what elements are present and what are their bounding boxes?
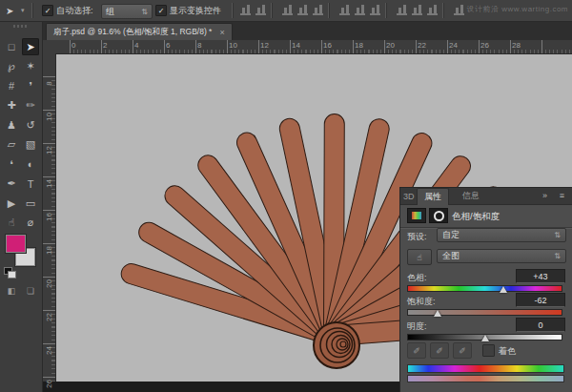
separator [232,3,234,18]
separator [271,3,273,18]
quick-mask-mode-button[interactable]: ◧ [4,284,19,297]
align-right-edges-icon[interactable] [339,5,350,15]
ruler-number: 2 [103,41,107,50]
default-colors-icon[interactable] [8,271,16,279]
distribute-vertical-centers-icon[interactable] [370,5,380,15]
vertical-ruler[interactable]: 8101214161820222426 [42,53,56,382]
ruler-number: 14 [292,41,300,50]
brush-tool[interactable]: ✏ [22,97,39,114]
dropdown-arrows-icon: ⇅ [554,252,561,260]
ruler-number: 18 [45,244,53,258]
move-tool[interactable]: ➤ [22,38,39,55]
document-tab-title: 扇子.psd @ 91.6% (色相/饱和度 1, RGB/8) * [53,27,212,38]
ruler-number: 4 [134,41,138,50]
document-tab[interactable]: 扇子.psd @ 91.6% (色相/饱和度 1, RGB/8) * × [46,23,233,41]
panel-menu-icon[interactable]: ≡ [560,191,564,200]
pen-tool[interactable]: ✒ [3,175,20,193]
ruler-number: 12 [260,41,269,50]
checkbox-check-icon: ✓ [42,5,53,16]
separator [31,3,33,18]
dropdown-arrows-icon: ⇅ [135,8,148,16]
tab-properties[interactable]: 属性 [417,188,449,205]
show-transform-label: 显示变换控件 [170,0,221,21]
auto-align-layers-icon[interactable] [454,5,464,15]
collapse-panel-icon[interactable]: » [542,191,547,200]
align-top-edges-icon[interactable] [240,5,251,15]
eyedropper-tool[interactable]: ❜ [22,77,39,94]
tool-preset-caret-icon[interactable]: ▾ [21,0,25,21]
foreground-color-swatch[interactable] [6,235,26,253]
lasso-tool[interactable]: ℘ [3,58,20,75]
hue-slider[interactable] [407,285,562,292]
hue-value-field[interactable]: +43 [516,269,565,283]
close-tab-icon[interactable]: × [219,28,224,37]
move-tool-icon: ➤ [6,0,13,21]
layer-mask-icon[interactable] [429,208,448,223]
channel-dropdown[interactable]: 全图 ⇅ [437,249,566,263]
distribute-top-edges-icon[interactable] [355,5,365,15]
type-tool[interactable]: T [22,175,39,193]
eyedropper-sample-icon[interactable]: ✐ [407,342,426,359]
fan-pivot-spiral [309,319,364,374]
dodge-tool[interactable]: ◐ [22,155,39,173]
blur-tool[interactable]: ❛ [3,155,20,173]
rectangular-marquee-tool[interactable]: □ [3,38,20,55]
ruler-number: 24 [45,344,53,358]
saturation-value-field[interactable]: -62 [516,293,565,307]
distribute-horizontal-centers-icon[interactable] [427,5,438,15]
clone-stamp-tool[interactable]: ♟ [3,116,20,134]
align-vertical-centers-icon[interactable] [255,5,266,15]
lightness-slider[interactable] [407,334,562,340]
adjustment-title: 色相/饱和度 [452,211,500,223]
adjustment-layer-icon [407,208,426,223]
ruler-number: 26 [480,41,489,50]
hue-label: 色相: [407,272,427,284]
distribute-left-edges-icon[interactable] [412,5,422,15]
auto-select-target-value: 组 [106,6,114,18]
ruler-number: 16 [45,211,53,224]
eyedropper-subtract-icon[interactable]: ✐ [453,342,472,359]
photoshop-window: { "options_bar": { "check_glyph": "✓", "… [0,0,572,392]
align-left-edges-icon[interactable] [297,5,308,15]
distribute-bottom-edges-icon[interactable] [397,5,407,15]
on-image-adjustment-button[interactable]: ☝ [407,249,432,265]
show-transform-checkbox[interactable]: ✓ [155,0,167,21]
document-tab-bar: 扇子.psd @ 91.6% (色相/饱和度 1, RGB/8) * × [0,21,572,40]
panel-grip-icon[interactable] [13,25,29,28]
zoom-tool[interactable]: ⌀ [22,215,39,232]
path-selection-tool[interactable]: ▶ [3,195,20,212]
input-hue-spectrum [407,364,564,373]
hue-slider-handle[interactable] [500,286,507,293]
hand-tool[interactable]: ☝ [3,215,20,232]
dropdown-arrows-icon: ⇅ [554,231,561,239]
auto-select-target-dropdown[interactable]: 组 ⇅ [101,4,153,19]
ruler-number: 20 [45,278,53,291]
saturation-slider[interactable] [407,309,562,316]
align-bottom-edges-icon[interactable] [282,5,293,15]
spot-healing-brush-tool[interactable]: ✚ [3,97,20,114]
auto-select-label: 自动选择: [56,0,93,21]
preset-label: 预设: [407,231,427,243]
lightness-value-field[interactable]: 0 [516,318,565,332]
screen-mode-button[interactable]: ❏ [23,284,38,297]
eyedropper-add-icon[interactable]: ✐ [430,342,449,359]
saturation-slider-handle[interactable] [434,310,441,317]
separator [328,3,330,18]
rectangle-tool[interactable]: ▭ [22,195,39,212]
colorize-checkbox[interactable] [482,344,495,357]
lightness-slider-handle[interactable] [481,335,489,341]
crop-tool[interactable]: # [3,77,20,94]
ruler-number: 28 [512,41,521,50]
gradient-tool[interactable]: ▧ [22,136,39,154]
preset-dropdown[interactable]: 自定 ⇅ [437,228,566,242]
history-brush-tool[interactable]: ↺ [22,116,39,134]
properties-panel: 3D 属性 信息 » ≡ 色相/饱和度 预设: 自定 ⇅ ☝ 全图 ⇅ 色相: … [399,187,572,392]
align-horizontal-centers-icon[interactable] [313,5,323,15]
magic-wand-tool[interactable]: ✶ [22,58,39,75]
separator [385,3,387,18]
eraser-tool[interactable]: ▱ [3,136,20,154]
tools-panel: □➤℘✶#❜✚✏♟↺▱▧❛◐✒T▶▭☝⌀ ◧ ❏ [0,21,43,392]
horizontal-ruler[interactable]: 0246810121416182022242628 [55,40,572,54]
auto-select-checkbox[interactable]: ✓ [42,0,53,21]
tab-info[interactable]: 信息 [456,188,486,204]
